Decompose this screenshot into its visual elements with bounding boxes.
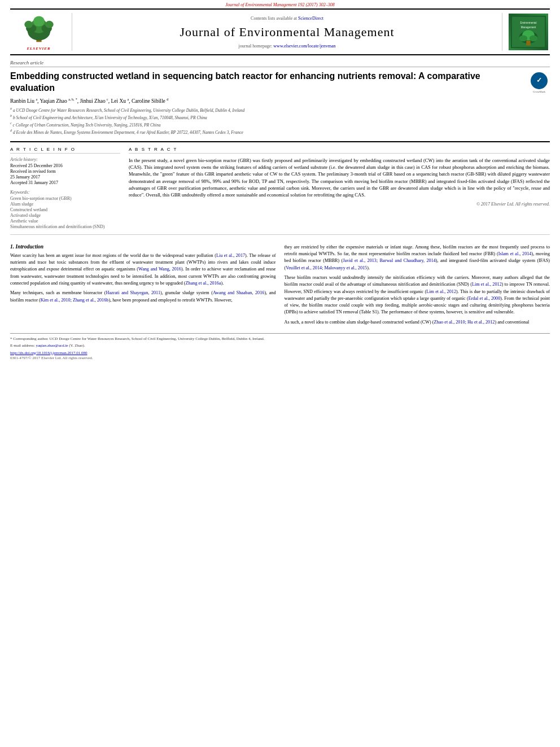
lim-2012-link[interactable]: Lim et al., 2012 [472,282,502,287]
svg-point-15 [530,35,538,41]
svg-point-6 [24,21,33,28]
affiliation-b-text: b School of Civil Engineering and Archit… [13,115,207,120]
authors-line: Ranbin Liu a, Yaqian Zhao a, b, *, Jinhu… [10,98,550,104]
abstract-col: A B S T R A C T In the present study, a … [129,147,550,230]
title-area: Embedding constructed wetland in sequenc… [10,71,550,94]
revised-label-text: Received in revised form [10,169,56,174]
svg-rect-16 [526,41,530,46]
intro-para-1: Water scarcity has been an urgent issue … [10,252,276,287]
affiliation-d: d d Ecole des Mines de Nantes, Energy Sy… [10,128,550,136]
keywords-heading-text: Keywords: [10,190,29,195]
article-type-text: Research article [10,60,43,65]
zhang-2016a-link[interactable]: Zhang et al., 2016a [186,281,221,286]
email-label: E-mail address: [10,343,35,348]
body-left-col: 1. Introduction Water scarcity has been … [10,244,276,329]
received-date-text: Received 25 December 2016 [10,163,63,168]
journal-header: ELSEVIER Contents lists available at Sci… [10,8,550,55]
affiliation-b: b b School of Civil Engineering and Arch… [10,113,550,121]
keywords-section: Keywords: Green bio-sorption reactor (GB… [10,190,120,229]
page: Journal of Environmental Management 192 … [0,0,560,747]
keyword-3-text: Constructed wetland [10,207,47,212]
doi-link[interactable]: http://dx.doi.org/10.1016/j.jenvman.2017… [10,351,88,355]
article-info-heading: A R T I C L E I N F O [10,147,120,154]
hazrati-2011-link[interactable]: Hazrati and Shayegan, 2011 [106,290,160,295]
keyword-2-text: Alum sludge [10,202,33,207]
received-date: Received 25 December 2016 [10,163,120,168]
homepage-url-link[interactable]: www.elsevier.com/locate/jenvman [273,43,335,49]
history-label: Article history: [10,157,120,162]
corresponding-author-text: * Corresponding author. UCD Dooge Centre… [10,337,265,341]
doi-line: http://dx.doi.org/10.1016/j.jenvman.2017… [10,351,550,355]
keyword-2: Alum sludge [10,202,120,207]
erdal-2000-link[interactable]: Erdal et al., 2000 [469,296,501,301]
issn-text: 0301-4797/© 2017 Elsevier Ltd. All right… [10,356,93,360]
journal-cover-image: Environmental Management [509,14,548,50]
keyword-6: Simultaneous nitrification and denitrifi… [10,224,120,229]
javid-2013-link[interactable]: Javid et al., 2013; Barwal and Chaudhary… [343,258,436,263]
revised-date: 25 January 2017 [10,174,120,180]
zhao-2010-link[interactable]: Zhao et al., 2010; Hu et al., 2012 [434,320,495,325]
keyword-1: Green bio-sorption reactor (GBR) [10,196,120,201]
right-para-1: they are restricted by either the expens… [285,244,550,272]
revised-label: Received in revised form [10,169,120,174]
sciencedirect-link[interactable]: ScienceDirect [298,16,323,21]
journal-reference-text: Journal of Environmental Management 192 … [225,2,334,7]
affiliation-a: a a UCD Dooge Centre for Water Resources… [10,106,550,113]
introduction-heading-text: 1. Introduction [10,244,43,250]
abstract-text: In the present study, a novel green bio-… [129,157,550,199]
issn-line: 0301-4797/© 2017 Elsevier Ltd. All right… [10,356,550,360]
islam-2014-link[interactable]: Islam et al., 2014 [498,251,532,256]
contents-label: Contents lists available at [251,16,297,21]
wang-2016-link[interactable]: Wang and Wang, 2016 [138,267,181,272]
journal-cover-area: Environmental Management [502,13,550,51]
affiliations: a a UCD Dooge Centre for Water Resources… [10,106,550,136]
accepted-date-text: Accepted 31 January 2017 [10,180,58,185]
affiliation-c: c c College of Urban Construction, Nanji… [10,121,550,128]
footnotes: * Corresponding author. UCD Dooge Centre… [10,333,550,360]
svg-point-7 [45,21,54,28]
article-header: Research article Embedding constructed w… [10,55,550,141]
keyword-6-text: Simultaneous nitrification and denitrifi… [10,224,105,229]
history-label-text: Article history: [10,157,38,162]
homepage-line: journal homepage: www.elsevier.com/locat… [239,43,336,49]
journal-reference: Journal of Environmental Management 192 … [0,0,560,8]
elsevier-wordmark: ELSEVIER [27,46,50,51]
revised-date-text: 25 January 2017 [10,174,40,180]
keyword-4: Activated sludge [10,213,120,218]
crossmark-icon: ✓ [531,72,548,89]
accepted-date: Accepted 31 January 2017 [10,180,120,185]
keyword-4-text: Activated sludge [10,213,41,218]
lim-2012b-link[interactable]: Lim et al., 2012 [426,289,456,294]
svg-text:Environmental: Environmental [520,21,536,24]
liu-2017-link[interactable]: Liu et al., 2017 [216,253,245,258]
veuillet-2014-link[interactable]: Veuillet et al., 2014; Malovanyy et al.,… [286,265,367,270]
abstract-heading: A B S T R A C T [129,147,550,154]
article-info-col: A R T I C L E I N F O Article history: R… [10,147,120,230]
svg-point-14 [519,35,528,41]
corresponding-author-note: * Corresponding author. UCD Dooge Centre… [10,337,550,342]
doi-text: http://dx.doi.org/10.1016/j.jenvman.2017… [10,351,88,355]
kim-2010-link[interactable]: Kim et al., 2010; Zhang et al., 2016b [41,298,109,303]
crossmark-badge[interactable]: ✓ CrossMark [528,72,550,93]
article-type-label: Research article [10,60,550,67]
email-note: E-mail address: yaqian.zhao@ucd.ie (Y. Z… [10,343,550,349]
email-note-text: (Y. Zhao). [69,343,85,348]
article-title: Embedding constructed wetland in sequenc… [10,71,520,94]
abstract-body-text: In the present study, a novel green bio-… [129,158,550,198]
copyright-text: © 2017 Elsevier Ltd. All rights reserved… [476,202,550,207]
article-title-text: Embedding constructed wetland in sequenc… [10,71,480,93]
awang-2016-link[interactable]: Awang and Shaaban, 2016 [213,290,264,295]
keyword-5-text: Aesthetic value [10,219,38,224]
body-content: 1. Introduction Water scarcity has been … [10,239,550,329]
email-link[interactable]: yaqian.zhao@ucd.ie [36,343,69,348]
introduction-heading: 1. Introduction [10,244,276,250]
journal-title-area: Contents lists available at ScienceDirec… [72,13,502,51]
article-info-abstract: A R T I C L E I N F O Article history: R… [10,141,550,230]
elsevier-logo-area: ELSEVIER [10,13,72,51]
affiliation-c-text: c College of Urban Construction, Nanjing… [13,122,161,127]
keyword-1-text: Green bio-sorption reactor (GBR) [10,196,72,201]
cover-icon: Environmental Management [511,14,546,50]
affiliation-d-text: d Ecole des Mines de Nantes, Energy Syst… [13,129,243,134]
elsevier-tree-icon [19,13,59,44]
affiliation-a-text: a UCD Dooge Centre for Water Resources R… [13,107,244,112]
